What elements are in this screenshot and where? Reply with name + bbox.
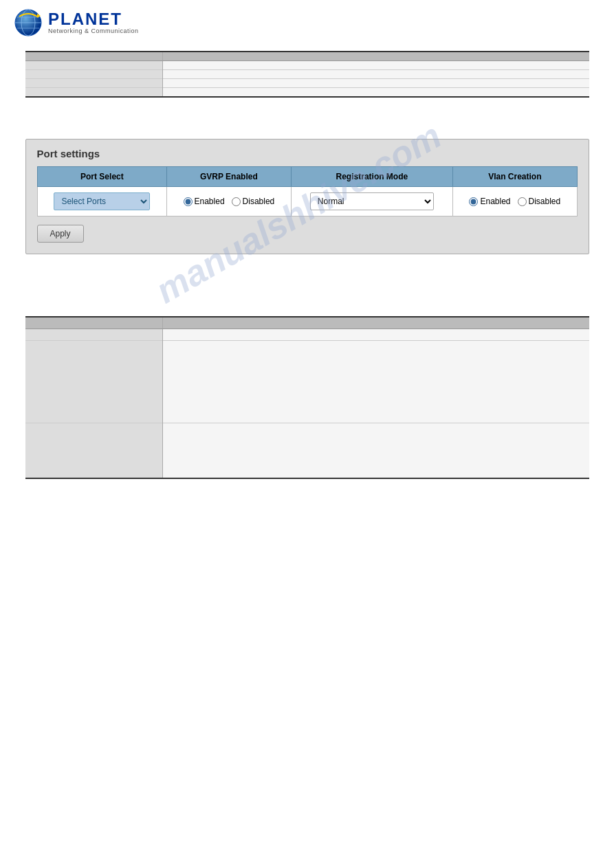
bottom-table-cell-left-3	[25, 423, 163, 478]
vlan-disabled-radio[interactable]	[518, 197, 527, 206]
gvrp-radio-group: Enabled Disabled	[174, 197, 283, 206]
vlan-radio-group: Enabled Disabled	[460, 197, 569, 206]
bottom-table-row-1	[25, 329, 589, 341]
gvrp-disabled-label[interactable]: Disabled	[232, 197, 275, 206]
vlan-enabled-label[interactable]: Enabled	[469, 197, 510, 206]
table-row	[25, 79, 589, 88]
logo-subtitle: Networking & Communication	[48, 27, 139, 34]
bottom-table-cell-left-2	[25, 341, 163, 423]
table-row	[25, 88, 589, 98]
table-header-row	[25, 52, 589, 61]
logo-container: PLANET Networking & Communication	[14, 8, 600, 37]
gvrp-disabled-text: Disabled	[243, 197, 275, 206]
settings-table: Port Select GVRP Enabled Registration Mo…	[37, 166, 578, 216]
bottom-table-cell-right-2	[163, 341, 589, 423]
apply-button[interactable]: Apply	[37, 225, 84, 243]
reg-mode-cell: Normal Fixed Forbidden	[291, 187, 453, 216]
logo-text: PLANET Networking & Communication	[48, 11, 139, 34]
top-table-cell-left-2	[25, 70, 163, 79]
port-settings-panel: Port settings Port Select GVRP Enabled R…	[25, 139, 589, 254]
vlan-creation-cell: Enabled Disabled	[453, 187, 577, 216]
logo-brand: PLANET	[48, 11, 139, 27]
top-table-cell-right-2	[163, 70, 589, 79]
bottom-table-cell-right-3	[163, 423, 589, 478]
col-registration-mode: Registration Mode	[291, 167, 453, 187]
gvrp-enabled-radio[interactable]	[184, 197, 193, 206]
bottom-table-header-col1	[25, 317, 163, 329]
top-table-cell-right-1	[163, 61, 589, 70]
gvrp-enabled-cell: Enabled Disabled	[167, 187, 291, 216]
panel-title: Port settings	[37, 148, 578, 159]
table-row	[25, 61, 589, 70]
bottom-info-table	[25, 316, 589, 479]
col-port-select: Port Select	[37, 167, 167, 187]
table-row	[25, 70, 589, 79]
vlan-enabled-text: Enabled	[480, 197, 510, 206]
settings-row: Select Ports Port 1 Port 2 Port 3 All Po…	[37, 187, 577, 216]
header: PLANET Networking & Communication	[0, 0, 614, 44]
bottom-table-cell-right-1	[163, 329, 589, 341]
col-vlan-creation: Vlan Creation	[453, 167, 577, 187]
settings-table-header: Port Select GVRP Enabled Registration Mo…	[37, 167, 577, 187]
vlan-disabled-label[interactable]: Disabled	[518, 197, 561, 206]
planet-logo-icon	[14, 8, 43, 37]
col-gvrp-enabled: GVRP Enabled	[167, 167, 291, 187]
top-table-header-col1	[25, 52, 163, 61]
gvrp-enabled-text: Enabled	[195, 197, 225, 206]
bottom-table-cell-left-1	[25, 329, 163, 341]
port-select-dropdown[interactable]: Select Ports Port 1 Port 2 Port 3 All Po…	[54, 192, 150, 210]
top-table-header-col2	[163, 52, 589, 61]
gvrp-enabled-label[interactable]: Enabled	[184, 197, 225, 206]
bottom-table-header-col2	[163, 317, 589, 329]
reg-mode-dropdown[interactable]: Normal Fixed Forbidden	[310, 192, 434, 210]
top-table-cell-right-3	[163, 79, 589, 88]
bottom-table-row-2	[25, 341, 589, 423]
vlan-disabled-text: Disabled	[529, 197, 561, 206]
bottom-table-header-row	[25, 317, 589, 329]
top-table-cell-right-4	[163, 88, 589, 98]
top-table-cell-left-1	[25, 61, 163, 70]
top-table-cell-left-4	[25, 88, 163, 98]
port-select-cell: Select Ports Port 1 Port 2 Port 3 All Po…	[37, 187, 167, 216]
bottom-table-row-3	[25, 423, 589, 478]
top-info-table	[25, 51, 589, 98]
top-table-cell-left-3	[25, 79, 163, 88]
vlan-enabled-radio[interactable]	[469, 197, 478, 206]
gvrp-disabled-radio[interactable]	[232, 197, 241, 206]
port-settings-wrapper: Port settings Port Select GVRP Enabled R…	[25, 139, 589, 254]
